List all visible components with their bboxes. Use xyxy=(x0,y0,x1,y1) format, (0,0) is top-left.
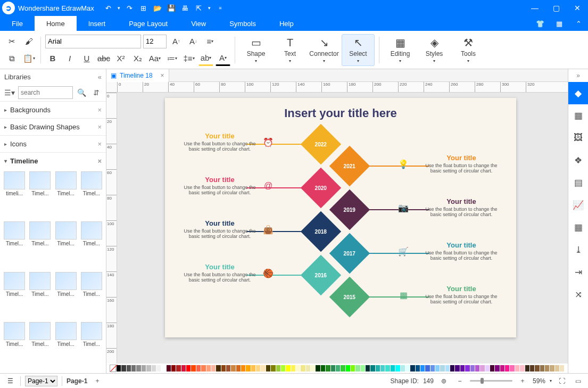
align-button[interactable]: ≡▾ xyxy=(203,34,218,49)
highlight-button[interactable]: ab▾ xyxy=(198,51,213,66)
color-swatch[interactable] xyxy=(216,365,220,372)
color-swatch[interactable] xyxy=(480,365,484,372)
color-swatch[interactable] xyxy=(505,365,509,372)
library-thumb[interactable]: Timel... xyxy=(54,272,78,321)
color-swatch[interactable] xyxy=(435,365,440,372)
color-swatch[interactable] xyxy=(515,365,519,372)
color-swatch[interactable] xyxy=(545,365,549,372)
superscript-button[interactable]: X² xyxy=(113,51,128,66)
library-thumb[interactable]: Timel... xyxy=(28,221,52,270)
print-button[interactable]: 🖶 xyxy=(178,1,192,15)
qat-customize[interactable]: ≡ xyxy=(213,1,227,15)
color-swatch[interactable] xyxy=(301,365,305,372)
color-swatch[interactable] xyxy=(555,365,559,372)
timeline-diamond[interactable]: 2019 xyxy=(329,189,370,230)
library-thumb[interactable]: Timel... xyxy=(54,322,78,371)
case-button[interactable]: Aa▾ xyxy=(147,51,162,66)
library-thumb[interactable]: Timel... xyxy=(2,322,27,371)
select-tool[interactable]: ↖Select▾ xyxy=(342,34,375,66)
color-swatch[interactable] xyxy=(445,365,450,372)
color-swatch[interactable] xyxy=(266,365,270,372)
new-button[interactable]: ⊞ xyxy=(137,1,151,15)
color-swatch[interactable] xyxy=(420,365,425,372)
color-swatch[interactable] xyxy=(410,365,415,372)
library-thumb[interactable]: Timel... xyxy=(28,171,52,220)
color-swatch[interactable] xyxy=(167,365,171,372)
color-swatch[interactable] xyxy=(291,365,295,372)
maximize-button[interactable]: ▢ xyxy=(545,0,567,16)
color-swatch[interactable] xyxy=(385,365,390,372)
close-icon[interactable]: × xyxy=(97,140,102,148)
color-swatch[interactable] xyxy=(500,365,504,372)
library-picker-icon[interactable]: ☰▾ xyxy=(3,86,16,99)
underline-button[interactable]: U xyxy=(79,51,94,66)
color-swatch[interactable] xyxy=(201,365,205,372)
library-thumb[interactable]: Timel... xyxy=(2,221,27,270)
copy-button[interactable]: ⧉ xyxy=(4,51,19,66)
color-swatch[interactable] xyxy=(336,365,340,372)
color-swatch[interactable] xyxy=(425,365,429,372)
library-thumb[interactable]: Timel... xyxy=(54,221,78,270)
zoom-out-button[interactable]: − xyxy=(454,375,466,387)
color-swatch[interactable] xyxy=(440,365,444,372)
color-swatch[interactable] xyxy=(560,365,564,372)
color-swatch[interactable] xyxy=(455,365,459,372)
cut-button[interactable]: ✂ xyxy=(4,34,19,49)
color-swatch[interactable] xyxy=(341,365,345,372)
library-category[interactable]: ▸Backgrounds× xyxy=(0,101,106,118)
chart-panel-button[interactable]: 📈 xyxy=(568,194,589,216)
close-button[interactable]: ✕ xyxy=(567,0,588,16)
timeline-diamond[interactable]: 2021 xyxy=(329,146,370,186)
fit-width-icon[interactable]: ▭ xyxy=(572,375,584,387)
color-swatch[interactable] xyxy=(136,365,140,372)
library-thumb[interactable]: Timel... xyxy=(79,322,104,371)
library-thumb[interactable]: Timel... xyxy=(79,221,104,270)
page-panel-button[interactable]: ▤ xyxy=(568,171,589,194)
close-icon[interactable]: × xyxy=(97,157,102,165)
color-swatch[interactable] xyxy=(171,365,176,372)
color-swatch[interactable] xyxy=(550,365,554,372)
color-swatch[interactable] xyxy=(376,365,380,372)
canvas-viewport[interactable]: Insert your title here 2022⏰Your titleUs… xyxy=(117,93,568,364)
library-category[interactable]: ▸Basic Drawing Shapes× xyxy=(0,118,106,135)
strikethrough-button[interactable]: abc xyxy=(96,51,111,66)
table-panel-button[interactable]: ▦ xyxy=(568,216,589,238)
color-swatch[interactable] xyxy=(241,365,245,372)
library-thumb[interactable]: Timel... xyxy=(2,272,27,321)
align-panel-button[interactable]: ⇥ xyxy=(568,261,589,283)
color-swatch[interactable] xyxy=(121,365,126,372)
font-color-button[interactable]: A▾ xyxy=(216,51,230,66)
color-swatch[interactable] xyxy=(206,365,211,372)
tools-tool[interactable]: ⚒Tools▾ xyxy=(452,34,485,66)
color-swatch[interactable] xyxy=(430,365,435,372)
branch-text[interactable]: Your titleUse the float button to change… xyxy=(183,263,257,283)
color-swatch[interactable] xyxy=(246,365,250,372)
timeline-diamond[interactable]: 2015 xyxy=(329,277,370,317)
color-swatch[interactable] xyxy=(261,365,265,372)
library-category[interactable]: ▸Icons× xyxy=(0,135,106,152)
library-thumb[interactable]: Timel... xyxy=(79,171,104,220)
color-swatch[interactable] xyxy=(286,365,290,372)
color-swatch[interactable] xyxy=(475,365,479,372)
branch-text[interactable]: Your titleUse the float button to change… xyxy=(424,154,499,174)
color-swatch[interactable] xyxy=(495,365,499,372)
color-swatch[interactable] xyxy=(191,365,195,372)
add-page-button[interactable]: ＋ xyxy=(92,375,103,387)
color-swatch[interactable] xyxy=(276,365,280,372)
editing-tool[interactable]: ▦Editing▾ xyxy=(384,34,417,66)
color-swatch[interactable] xyxy=(131,365,136,372)
color-swatch[interactable] xyxy=(405,365,410,372)
color-swatch[interactable] xyxy=(186,365,191,372)
export-panel-button[interactable]: ⤓ xyxy=(568,238,589,261)
redo-button[interactable]: ↷ xyxy=(123,1,137,15)
close-icon[interactable]: × xyxy=(97,123,102,131)
close-tab-icon[interactable]: × xyxy=(161,72,164,79)
no-fill-swatch[interactable] xyxy=(110,365,116,372)
color-swatch[interactable] xyxy=(311,365,315,372)
color-swatch[interactable] xyxy=(460,365,465,372)
color-swatch[interactable] xyxy=(306,365,310,372)
fit-page-icon[interactable]: ⛶ xyxy=(556,375,568,387)
color-swatch[interactable] xyxy=(351,365,355,372)
undo-button[interactable]: ↶ xyxy=(102,1,115,15)
zoom-in-button[interactable]: ＋ xyxy=(517,375,528,387)
